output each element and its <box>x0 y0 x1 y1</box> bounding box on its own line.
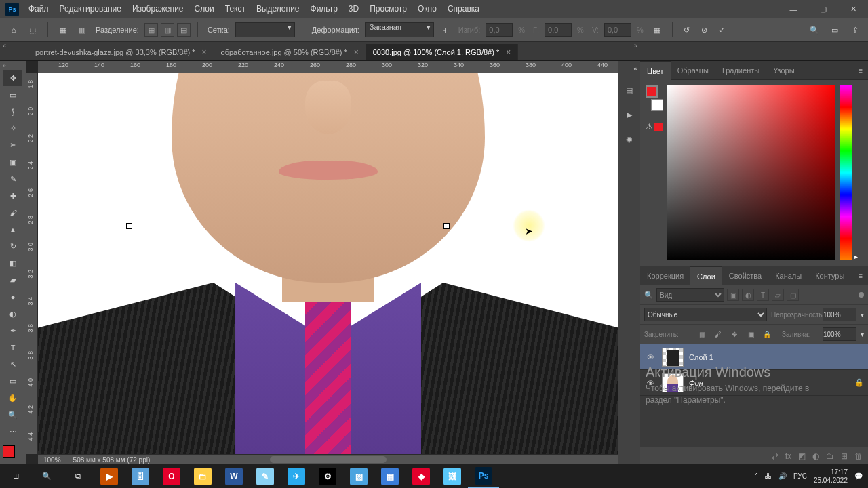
grid-select[interactable]: - ▾ <box>235 22 295 37</box>
taskbar-app-notes[interactable]: ✎ <box>250 464 281 488</box>
menu-file[interactable]: Файл <box>23 0 54 18</box>
delete-layer-icon[interactable]: 🗑 <box>854 451 863 461</box>
close-icon[interactable]: × <box>506 47 511 57</box>
reset-icon[interactable]: ↺ <box>679 22 694 37</box>
tray-lang[interactable]: РУС <box>793 472 807 480</box>
close-icon[interactable]: × <box>202 47 207 57</box>
background-swatch[interactable] <box>651 99 663 111</box>
share-icon[interactable]: ⇪ <box>848 22 863 37</box>
split-vert-icon[interactable]: ▤ <box>177 23 191 37</box>
fx-icon[interactable]: fx <box>785 451 791 461</box>
taskbar-app-word[interactable]: W <box>218 464 250 488</box>
split-horiz-icon[interactable]: ▥ <box>161 23 174 37</box>
tab-channels[interactable]: Каналы <box>768 266 808 285</box>
window-restore[interactable]: ▢ <box>808 0 838 18</box>
color-swatches[interactable] <box>3 445 23 465</box>
doc-dimensions[interactable]: 508 мм x 508 мм (72 ppi) <box>73 456 151 464</box>
stamp-tool-icon[interactable]: ▲ <box>3 222 22 238</box>
tab-patterns[interactable]: Узоры <box>766 61 801 80</box>
tray-date[interactable]: 25.04.2022 <box>814 476 848 485</box>
start-button[interactable]: ⊞ <box>0 464 31 488</box>
history-brush-icon[interactable]: ↻ <box>3 239 22 254</box>
lock-paint-icon[interactable]: 🖌 <box>712 328 724 340</box>
taskbar-app-any[interactable]: ◆ <box>406 464 437 488</box>
doc-tab-0[interactable]: portret-devushka-glaza.jpg @ 33,3% (RGB/… <box>28 44 214 60</box>
filter-type-icon[interactable]: T <box>757 289 769 301</box>
color-picker-field[interactable] <box>667 85 835 260</box>
marquee-tool-icon[interactable]: ▭ <box>3 87 22 103</box>
group-icon[interactable]: 🗀 <box>826 451 834 461</box>
fill-input[interactable] <box>823 327 856 341</box>
tab-properties[interactable]: Свойства <box>722 266 768 285</box>
history-panel-icon[interactable]: ▤ <box>623 83 636 97</box>
adjustment-icon[interactable]: ◐ <box>812 451 819 461</box>
menu-text[interactable]: Текст <box>220 0 251 18</box>
tray-chevron-icon[interactable]: ˄ <box>755 472 758 480</box>
close-icon[interactable]: × <box>354 47 359 57</box>
window-minimize[interactable]: — <box>778 0 808 18</box>
tab-adjustments[interactable]: Коррекция <box>640 266 690 285</box>
tab-layers[interactable]: Слои <box>690 266 722 285</box>
opacity-input[interactable] <box>823 308 856 321</box>
lock-position-icon[interactable]: ✥ <box>728 328 741 340</box>
menu-window[interactable]: Окно <box>412 0 442 18</box>
type-tool-icon[interactable]: T <box>3 340 22 356</box>
ruler-horizontal[interactable]: 1201401601802002202402602803003203403603… <box>38 61 618 73</box>
layer-thumbnail[interactable] <box>662 348 684 367</box>
lock-icon[interactable]: 🔒 <box>854 378 864 387</box>
actions-panel-icon[interactable]: ▶ <box>623 108 636 121</box>
menu-select[interactable]: Выделение <box>251 0 305 18</box>
menu-help[interactable]: Справка <box>442 0 485 18</box>
heal-tool-icon[interactable]: ✚ <box>3 188 22 204</box>
system-tray[interactable]: ˄ 🖧 🔊 РУС 17:17 25.04.2022 💬 <box>755 468 868 485</box>
scrollbar-horizontal[interactable] <box>270 456 386 463</box>
canvas[interactable]: ➤ <box>38 73 618 454</box>
v-input[interactable]: 0,0 <box>604 23 631 37</box>
visibility-icon[interactable]: 👁 <box>644 353 656 361</box>
panel-menu-icon[interactable]: ≡ <box>853 61 868 80</box>
menu-3d[interactable]: 3D <box>343 0 364 18</box>
dodge-tool-icon[interactable]: ◐ <box>3 306 22 322</box>
filter-toggle[interactable] <box>859 292 864 298</box>
mesh-icon[interactable]: ▦ <box>649 22 665 38</box>
frame-tool-icon[interactable]: ▣ <box>3 155 22 170</box>
split-both-icon[interactable]: ▦ <box>144 23 158 37</box>
mask-icon[interactable]: ◩ <box>798 451 806 461</box>
lasso-tool-icon[interactable]: ⟆ <box>3 104 22 120</box>
commit-transform-icon[interactable]: ✓ <box>715 22 730 37</box>
doc-tab-1[interactable]: обработанное.jpg @ 50% (RGB/8#) *× <box>214 44 366 60</box>
layer-name[interactable]: Слой 1 <box>689 353 713 361</box>
taskbar-app-opera[interactable]: O <box>156 464 187 488</box>
transform-icon[interactable]: ⬚ <box>24 22 41 38</box>
blur-tool-icon[interactable]: ● <box>3 289 22 305</box>
arrange-icon[interactable]: ▭ <box>827 22 842 37</box>
move-tool-icon[interactable]: ✥ <box>3 70 22 86</box>
bend-input[interactable]: 0,0 <box>486 23 513 37</box>
taskbar-app-media[interactable]: ▶ <box>94 464 125 488</box>
cancel-transform-icon[interactable]: ⊘ <box>697 22 712 37</box>
foreground-swatch[interactable] <box>646 85 658 98</box>
eraser-tool-icon[interactable]: ◧ <box>3 256 22 271</box>
link-layers-icon[interactable]: ⇄ <box>772 451 778 461</box>
taskbar-app-settings[interactable]: ⚙ <box>312 464 343 488</box>
edit-toolbar-icon[interactable]: ⋯ <box>3 424 22 440</box>
hand-tool-icon[interactable]: ✋ <box>3 390 22 406</box>
collapse-right-icon[interactable]: » <box>633 42 637 49</box>
taskbar-app-image[interactable]: ▧ <box>343 464 374 488</box>
tray-notification-icon[interactable]: 💬 <box>854 472 863 480</box>
filter-adjust-icon[interactable]: ◐ <box>742 289 754 301</box>
home-icon[interactable]: ⌂ <box>5 22 22 38</box>
menu-filter[interactable]: Фильтр <box>305 0 343 18</box>
doc-tab-2[interactable]: 0030.jpg @ 100% (Слой 1, RGB/8#) *× <box>366 44 519 60</box>
filter-smart-icon[interactable]: ▢ <box>787 289 799 301</box>
menu-image[interactable]: Изображение <box>127 0 189 18</box>
shape-tool-icon[interactable]: ▭ <box>3 373 22 389</box>
tab-color[interactable]: Цвет <box>640 61 671 80</box>
tab-swatches[interactable]: Образцы <box>671 61 715 80</box>
eyedropper-tool-icon[interactable]: ✎ <box>3 171 22 187</box>
pen-tool-icon[interactable]: ✒ <box>3 323 22 339</box>
collapse-tools-icon[interactable]: » <box>3 62 6 69</box>
brush-tool-icon[interactable]: 🖌 <box>3 205 22 221</box>
taskbar-app-telegram[interactable]: ✈ <box>281 464 312 488</box>
wand-tool-icon[interactable]: ✧ <box>3 121 22 137</box>
